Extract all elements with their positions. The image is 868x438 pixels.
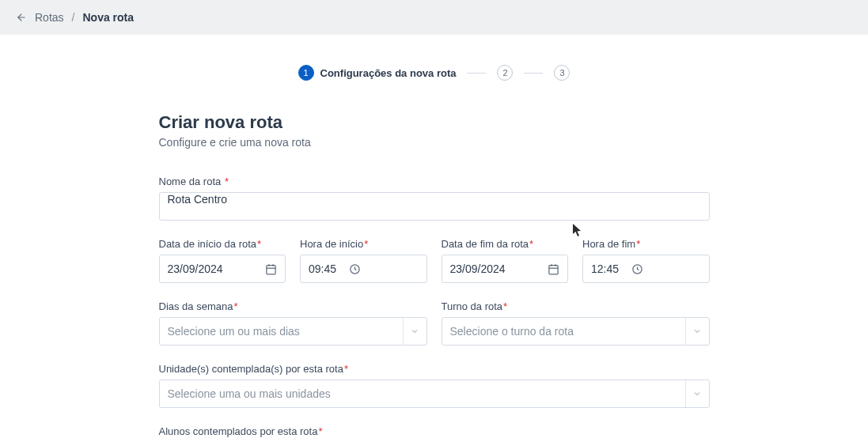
page-subtitle: Configure e crie uma nova rota [159,136,710,149]
step-2[interactable]: 2 [497,65,513,81]
step-3[interactable]: 3 [554,65,570,81]
end-time-label: Hora de fim* [582,238,710,250]
start-date-label: Data de início da rota* [159,238,286,250]
step-circle-2: 2 [497,65,513,81]
breadcrumb-current: Nova rota [82,11,134,24]
start-date-value: 23/09/2024 [168,262,223,275]
start-time-input[interactable]: 09:45 [300,255,427,283]
chevron-down-icon [403,318,426,345]
shift-placeholder: Selecione o turno da rota [450,325,574,338]
start-time-label: Hora de início* [300,238,427,250]
step-1[interactable]: 1 Configurações da nova rota [298,65,457,81]
days-label: Dias da semana* [159,300,427,312]
units-select[interactable]: Selecione uma ou mais unidades [159,379,710,408]
step-circle-3: 3 [554,65,570,81]
shift-label: Turno da rota* [442,300,710,312]
clock-icon [631,263,643,275]
step-connector [524,73,543,74]
clock-icon [349,263,361,275]
days-placeholder: Selecione um ou mais dias [168,325,300,338]
end-date-value: 23/09/2024 [450,262,506,275]
chevron-down-icon [685,380,709,407]
page-title: Criar nova rota [159,112,710,133]
breadcrumb-sep: / [72,11,75,24]
calendar-icon [548,263,559,275]
calendar-icon [265,263,277,275]
stepper: 1 Configurações da nova rota 2 3 [6,65,862,81]
route-name-label: Nome da rota * [159,176,710,187]
start-time-value: 09:45 [309,262,336,275]
end-time-input[interactable]: 12:45 [582,255,710,283]
start-date-input[interactable]: 23/09/2024 [159,255,286,283]
svg-rect-1 [267,265,275,274]
students-label: Alunos contemplados por esta rota* [159,425,710,437]
step-label-1: Configurações da nova rota [320,67,457,79]
route-name-value: Rota Centro [168,193,227,206]
route-name-input[interactable]: Rota Centro [159,192,710,221]
units-label: Unidade(s) contemplada(s) por esta rota* [159,363,710,375]
days-select[interactable]: Selecione um ou mais dias [159,317,427,345]
back-arrow-icon[interactable] [16,12,27,23]
units-placeholder: Selecione uma ou mais unidades [168,387,331,400]
end-date-input[interactable]: 23/09/2024 [442,255,569,283]
svg-rect-6 [549,265,558,274]
breadcrumb-parent[interactable]: Rotas [35,11,64,24]
end-time-value: 12:45 [591,262,619,275]
step-connector [467,73,486,74]
breadcrumb: Rotas / Nova rota [0,0,868,35]
step-circle-1: 1 [298,65,314,81]
chevron-down-icon [685,318,709,345]
end-date-label: Data de fim da rota* [442,238,569,250]
shift-select[interactable]: Selecione o turno da rota [442,317,710,345]
